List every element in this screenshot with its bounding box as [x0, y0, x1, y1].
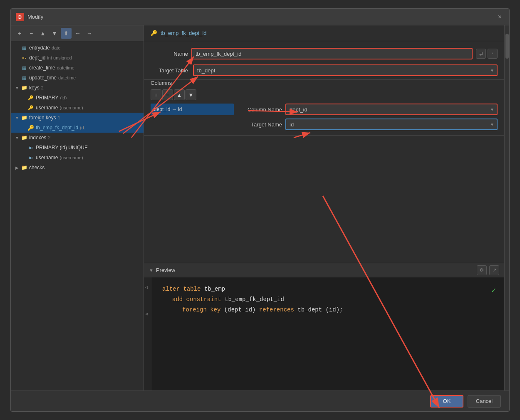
dialog-title: Modify	[27, 14, 43, 20]
preview-toggle[interactable]: ▼	[149, 268, 154, 273]
list-item[interactable]: ▦ update_time datetime	[11, 73, 144, 83]
right-scrollbar[interactable]	[504, 25, 509, 390]
target-table-select-wrapper: tb_dept ▼	[193, 64, 498, 76]
preview-header: ▼ Preview ⚙ ↗	[144, 263, 504, 277]
fk-key-icon: 🔑	[27, 124, 34, 131]
expand-arrow: ▼	[14, 115, 20, 121]
preview-gutter: ◁ ◁	[144, 277, 151, 390]
preview-title: Preview	[156, 267, 175, 273]
footer: OK Cancel	[11, 390, 509, 411]
settings-icon[interactable]: ⚙	[477, 265, 487, 275]
folder-icon: 📁	[21, 164, 27, 171]
sidebar-item-foreign-keys[interactable]: ▼ 📁 foreign keys 1	[11, 113, 144, 123]
target-table-label: Target Table	[151, 67, 188, 74]
column-name-select[interactable]: dept_id	[285, 104, 498, 115]
remove-button[interactable]: −	[26, 28, 37, 39]
fk-icon: 🔑	[151, 30, 157, 36]
up-button[interactable]: ▲	[37, 28, 48, 39]
add-col-button[interactable]: +	[151, 89, 161, 100]
folder-icon: 📁	[21, 84, 27, 91]
check-icon: ✓	[491, 284, 496, 297]
translate-icon[interactable]: ⇄	[476, 49, 486, 59]
target-table-select[interactable]: tb_dept	[193, 64, 498, 76]
tree-area: ▦ entrydate date 🗝 dept_id int unsigned …	[11, 41, 144, 390]
columns-section: Columns + − ▲ ▼ dept_id → id	[144, 80, 504, 135]
list-item[interactable]: ▶ 📁 checks	[11, 163, 144, 173]
col-row-section: dept_id → id Column Name dept_id	[151, 104, 498, 130]
col-mapping-text: dept_id → id	[154, 106, 182, 112]
move-button[interactable]: ⬆	[61, 28, 72, 39]
sidebar-item-fk[interactable]: 🔑 tb_emp_fk_dept_id (d...	[11, 123, 144, 133]
columns-toolbar: + − ▲ ▼	[151, 89, 498, 100]
list-item[interactable]: 🔑 username (username)	[11, 103, 144, 113]
column-name-label: Column Name	[240, 106, 282, 113]
code-line-3: foreign key (dept_id) references tb_dept…	[152, 305, 496, 315]
main-content: + − ▲ ▼ ⬆ ← → ▦ entrydate date 🗝 dept_id	[11, 25, 509, 390]
preview-body: ◁ ◁ ✓ alter table tb_emp add constraint …	[144, 277, 504, 390]
target-name-select[interactable]: id	[285, 119, 498, 130]
code-line-1: alter table tb_emp	[152, 284, 496, 294]
list-item[interactable]: ▼ 📁 keys 2	[11, 83, 144, 93]
calendar-icon: ▦	[21, 64, 27, 71]
target-name-label: Target Name	[240, 121, 282, 128]
list-item[interactable]: ▦ create_time datetime	[11, 63, 144, 73]
name-input[interactable]	[191, 48, 473, 59]
index-icon: iu	[27, 154, 34, 161]
col-list: dept_id → id	[151, 104, 234, 115]
ok-button[interactable]: OK	[430, 395, 463, 408]
key-icon: 🗝	[21, 54, 27, 61]
expand-arrow: ▼	[14, 135, 20, 141]
up-col-button[interactable]: ▲	[174, 89, 185, 100]
columns-label: Columns	[151, 80, 498, 86]
col-form: Column Name dept_id ▼ Target Name	[240, 104, 498, 130]
more-icon[interactable]: ⋮	[488, 49, 498, 59]
column-name-row: Column Name dept_id ▼	[240, 104, 498, 115]
gutter-icon: ◁	[145, 284, 148, 292]
export-icon[interactable]: ↗	[489, 265, 499, 275]
key-icon: 🔑	[27, 94, 34, 101]
calendar-icon: ▦	[21, 44, 27, 51]
list-item[interactable]: iu username (username)	[11, 153, 144, 163]
right-container: 🔑 tb_emp_fk_dept_id Name ⇄ ⋮	[144, 25, 504, 390]
target-table-row: Target Table tb_dept ▼	[151, 64, 498, 76]
list-item[interactable]: 🗝 dept_id int unsigned	[11, 53, 144, 63]
title-bar: D Modify ×	[11, 9, 509, 25]
calendar-icon: ▦	[21, 74, 27, 81]
preview-header-right: ⚙ ↗	[477, 265, 499, 275]
name-input-icons: ⇄ ⋮	[476, 49, 498, 59]
folder-icon: 📁	[21, 134, 27, 141]
title-bar-left: D Modify	[16, 13, 43, 21]
gutter-icon-2: ◁	[145, 311, 148, 318]
list-item[interactable]: 🔑 PRIMARY (id)	[11, 93, 144, 103]
name-row: Name ⇄ ⋮	[151, 48, 498, 59]
down-button[interactable]: ▼	[49, 28, 60, 39]
fk-header: 🔑 tb_emp_fk_dept_id	[144, 25, 504, 41]
name-form-area: Name ⇄ ⋮ Target Table tb_dept	[144, 41, 504, 80]
cancel-button[interactable]: Cancel	[468, 395, 501, 408]
tree-toolbar: + − ▲ ▼ ⬆ ← →	[11, 25, 144, 41]
forward-button[interactable]: →	[84, 28, 95, 39]
preview-header-left: ▼ Preview	[149, 267, 175, 273]
expand-arrow: ▼	[14, 85, 20, 91]
col-list-item[interactable]: dept_id → id	[151, 104, 234, 115]
remove-col-button[interactable]: −	[162, 89, 173, 100]
list-item[interactable]: iu PRIMARY (id) UNIQUE	[11, 143, 144, 153]
down-col-button[interactable]: ▼	[186, 89, 196, 100]
add-button[interactable]: +	[14, 28, 25, 39]
back-button[interactable]: ←	[72, 28, 83, 39]
target-name-select-wrapper: id ▼	[285, 119, 498, 130]
folder-icon: 📁	[21, 114, 27, 121]
preview-section: ▼ Preview ⚙ ↗ ◁ ◁ ✓ alter table tb	[144, 263, 504, 390]
list-item[interactable]: ▦ entrydate date	[11, 43, 144, 53]
code-line-2: add constraint tb_emp_fk_dept_id	[152, 294, 496, 305]
column-name-select-wrapper: dept_id ▼	[285, 104, 498, 115]
app-icon: D	[16, 13, 24, 21]
spacer	[144, 136, 504, 263]
scrollbar-thumb[interactable]	[505, 34, 509, 59]
index-icon: iu	[27, 144, 34, 151]
close-button[interactable]: ×	[495, 12, 504, 22]
fk-header-name: tb_emp_fk_dept_id	[161, 30, 207, 36]
list-item[interactable]: ▼ 📁 indexes 2	[11, 133, 144, 143]
target-name-row: Target Name id ▼	[240, 119, 498, 130]
form-section: 🔑 tb_emp_fk_dept_id Name ⇄ ⋮	[144, 25, 504, 136]
